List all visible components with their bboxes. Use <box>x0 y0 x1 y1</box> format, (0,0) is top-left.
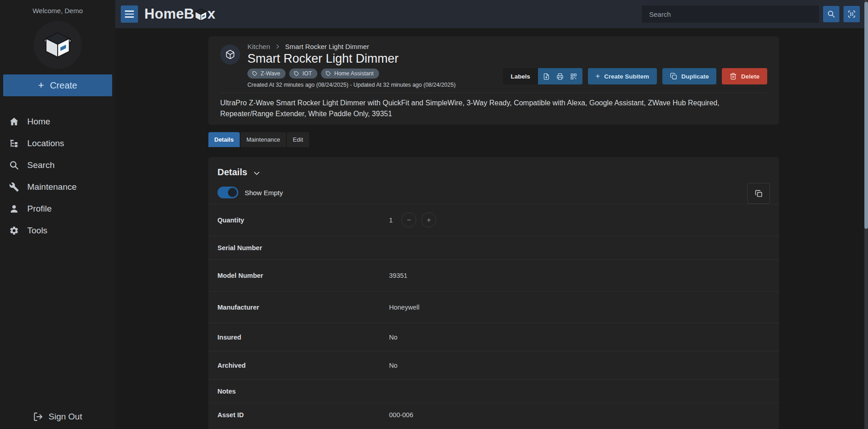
detail-row-quantity: Quantity1−+ <box>208 204 779 236</box>
detail-value-cell: 39351 <box>389 272 407 279</box>
tag-iot[interactable]: IOT <box>289 69 317 79</box>
package-icon <box>225 49 235 59</box>
labels-button-label: Labels <box>511 73 530 80</box>
topbar: HomeB x <box>115 0 868 28</box>
sidebar-item-tools[interactable]: Tools <box>0 220 115 242</box>
item-header-card: Kitchen Smart Rocker Light Dimmer Smart … <box>208 36 779 125</box>
person-icon <box>9 204 19 214</box>
detail-label: Asset ID <box>217 411 389 419</box>
show-empty-row: Show Empty <box>217 187 770 198</box>
detail-value-cell: 000-006 <box>389 411 413 419</box>
details-heading: Details <box>217 167 247 178</box>
print-button[interactable] <box>554 69 566 83</box>
sidebar-nav: HomeLocationsSearchMaintenanceProfileToo… <box>0 111 115 242</box>
quantity-decrement-button[interactable]: − <box>401 212 416 227</box>
sidebar-item-search[interactable]: Search <box>0 154 115 176</box>
toggle-knob <box>228 188 237 197</box>
search-input[interactable] <box>642 5 819 23</box>
tag-z-wave[interactable]: Z-Wave <box>247 69 286 79</box>
breadcrumb-parent-link[interactable]: Kitchen <box>247 43 270 50</box>
create-subitem-button[interactable]: + Create Subitem <box>588 68 657 84</box>
scrollbar-thumb[interactable] <box>864 2 868 229</box>
tab-maintenance[interactable]: Maintenance <box>241 132 286 147</box>
created-updated-text: Created At 32 minutes ago (08/24/2025) -… <box>247 82 456 88</box>
sidebar: Welcome, Demo + Create HomeLocationsSear… <box>0 0 115 429</box>
show-empty-toggle[interactable] <box>217 187 238 198</box>
search-button[interactable] <box>823 6 839 22</box>
printer-icon <box>557 73 563 80</box>
create-button-label: Create <box>50 80 77 91</box>
tab-bar: DetailsMaintenanceEdit <box>208 132 779 147</box>
brand-text-pre: HomeB <box>144 6 194 22</box>
detail-value-cell: No <box>389 334 398 341</box>
box-logo-icon <box>194 8 208 22</box>
detail-value-cell: 1−+ <box>389 212 436 227</box>
detail-value: Honeywell <box>389 304 419 311</box>
box-logo-icon <box>43 30 72 59</box>
tag-icon <box>252 71 257 76</box>
tab-edit[interactable]: Edit <box>287 132 309 147</box>
item-description: UltraPro Z-Wave Smart Rocker Light Dimme… <box>220 98 767 119</box>
detail-row-notes: Notes <box>208 379 779 403</box>
tag-list: Z-WaveIOTHome Assistant <box>247 69 456 79</box>
tag-icon <box>294 71 299 76</box>
detail-row-asset-id: Asset ID000-006 <box>208 403 779 426</box>
minus-icon: − <box>407 217 411 224</box>
details-card: Details Show Empty Q <box>208 157 779 429</box>
sidebar-item-maintenance[interactable]: Maintenance <box>0 176 115 198</box>
download-file-button[interactable] <box>541 69 552 83</box>
delete-button[interactable]: Delete <box>722 68 767 84</box>
create-subitem-label: Create Subitem <box>604 73 649 80</box>
page-scrollbar[interactable] <box>864 0 868 429</box>
qr-code-button[interactable] <box>568 69 580 83</box>
qr-scan-button[interactable] <box>843 6 860 22</box>
labels-button-group: Labels <box>503 68 582 84</box>
trash-icon <box>730 73 737 80</box>
detail-value-cell: Honeywell <box>389 304 419 311</box>
quantity-increment-button[interactable]: + <box>421 212 436 227</box>
detail-label: Serial Number <box>217 244 389 251</box>
breadcrumb: Kitchen Smart Rocker Light Dimmer <box>247 43 456 50</box>
page-title: Smart Rocker Light Dimmer <box>247 52 456 65</box>
detail-row-manufacturer: ManufacturerHoneywell <box>208 291 779 323</box>
app-root: Welcome, Demo + Create HomeLocationsSear… <box>0 0 868 429</box>
sign-out-label: Sign Out <box>49 412 82 422</box>
detail-value: No <box>389 334 398 341</box>
hamburger-icon <box>125 10 134 18</box>
sidebar-item-locations[interactable]: Locations <box>0 133 115 154</box>
brand-text-post: x <box>207 6 216 22</box>
copy-icon <box>755 190 763 197</box>
detail-row-serial-number: Serial Number <box>208 236 779 259</box>
sidebar-item-label: Profile <box>27 204 52 214</box>
log-out-icon <box>33 412 43 422</box>
tag-label: Z-Wave <box>261 70 280 77</box>
brand-logo[interactable]: HomeB x <box>144 6 216 22</box>
sidebar-item-label: Search <box>27 160 54 170</box>
detail-value-cell: No <box>389 362 398 369</box>
menu-toggle-button[interactable] <box>121 5 138 23</box>
page-content: Kitchen Smart Rocker Light Dimmer Smart … <box>115 28 868 429</box>
main-column: HomeB x <box>115 0 868 429</box>
detail-value: 000-006 <box>389 411 413 419</box>
welcome-text: Welcome, Demo <box>0 7 115 15</box>
copy-details-button[interactable] <box>747 183 770 204</box>
search-icon <box>9 160 19 170</box>
sidebar-item-home[interactable]: Home <box>0 111 115 133</box>
breadcrumb-current: Smart Rocker Light Dimmer <box>285 43 369 50</box>
labels-button[interactable]: Labels <box>503 68 538 84</box>
topbar-search <box>642 5 860 23</box>
gear-icon <box>9 226 19 236</box>
create-button[interactable]: + Create <box>3 74 112 96</box>
details-collapse-toggle[interactable]: Details <box>208 167 270 178</box>
detail-label: Manufacturer <box>217 304 389 311</box>
sidebar-item-profile[interactable]: Profile <box>0 198 115 220</box>
tag-home-assistant[interactable]: Home Assistant <box>321 69 379 79</box>
sign-out-button[interactable]: Sign Out <box>0 412 115 422</box>
tab-details[interactable]: Details <box>208 132 240 147</box>
duplicate-label: Duplicate <box>681 73 709 80</box>
sidebar-item-label: Home <box>27 117 50 127</box>
export-actions <box>538 68 582 84</box>
delete-label: Delete <box>741 73 760 80</box>
copy-icon <box>670 73 677 80</box>
duplicate-button[interactable]: Duplicate <box>662 68 717 84</box>
